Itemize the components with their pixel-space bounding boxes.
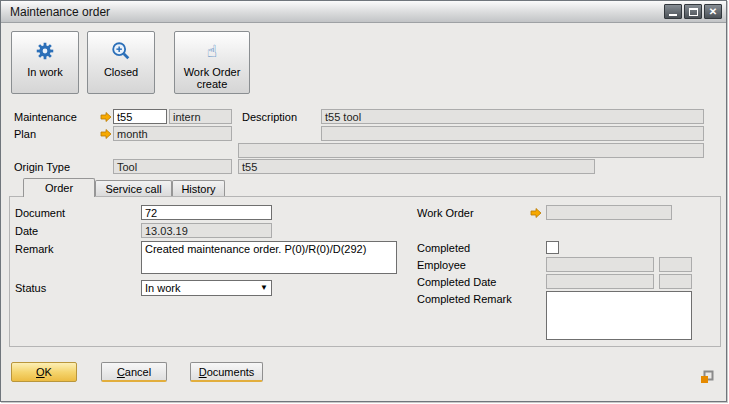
- date-label: Date: [15, 225, 38, 237]
- origin-type-label: Origin Type: [14, 161, 70, 173]
- document-label: Document: [15, 207, 65, 219]
- window-title: Maintenance order: [10, 5, 110, 19]
- maximize-icon: [689, 8, 698, 16]
- maximize-button[interactable]: [684, 4, 702, 19]
- tab-history[interactable]: History: [172, 180, 225, 197]
- employee-field: [546, 257, 654, 272]
- close-icon: ✕: [709, 7, 717, 17]
- zoom-plus-icon: [110, 39, 132, 63]
- maintenance-link-arrow-icon[interactable]: [100, 111, 112, 123]
- tab-service-call[interactable]: Service call: [95, 180, 172, 197]
- closed-button-label: Closed: [104, 66, 138, 78]
- minimize-button[interactable]: [664, 4, 682, 19]
- plan-label: Plan: [14, 128, 36, 140]
- pointer-hand-icon: ☝: [207, 39, 217, 63]
- maintenance-order-window: Maintenance order ✕: [0, 0, 727, 402]
- form-settings-icon[interactable]: [700, 370, 714, 384]
- closed-button[interactable]: Closed: [87, 31, 155, 94]
- status-dropdown[interactable]: In work ▼: [141, 280, 272, 296]
- cancel-button-label: Cancel: [117, 366, 151, 378]
- extra-field: [238, 143, 704, 158]
- remark-textarea[interactable]: Created maintenance order. P(0)/R(0)/D(2…: [141, 241, 397, 274]
- tab-history-label: History: [181, 183, 215, 195]
- titlebar[interactable]: Maintenance order ✕: [1, 1, 726, 23]
- status-dropdown-value: In work: [145, 282, 180, 294]
- maintenance-code-input[interactable]: [113, 109, 167, 124]
- description-label: Description: [242, 111, 297, 123]
- remark-label: Remark: [15, 243, 54, 255]
- work-order-create-button[interactable]: ☝ Work Order create: [174, 31, 250, 94]
- origin-type-field: Tool: [113, 159, 232, 174]
- tab-service-call-label: Service call: [105, 183, 161, 195]
- completed-remark-label: Completed Remark: [417, 293, 512, 305]
- work-order-link-arrow-icon[interactable]: [530, 207, 542, 219]
- completed-date-field: [546, 274, 654, 289]
- work-order-label: Work Order: [417, 207, 474, 219]
- ok-button[interactable]: OK: [11, 362, 77, 382]
- minimize-icon: [669, 14, 677, 16]
- employee-label: Employee: [417, 259, 466, 271]
- completed-checkbox[interactable]: [546, 241, 559, 254]
- documents-button[interactable]: Documents: [190, 362, 263, 382]
- tab-order[interactable]: Order: [23, 178, 95, 197]
- gear-icon: [34, 39, 56, 63]
- window-controls: ✕: [664, 4, 722, 19]
- completed-label: Completed: [417, 242, 470, 254]
- in-work-button-label: In work: [27, 66, 62, 78]
- tab-order-label: Order: [45, 182, 73, 194]
- completed-date-extra-field: [659, 274, 692, 289]
- date-field: 13.03.19: [141, 223, 272, 238]
- origin-field: t55: [238, 159, 595, 174]
- plan-field: month: [113, 126, 232, 141]
- cancel-button[interactable]: Cancel: [101, 362, 167, 382]
- documents-button-label: Documents: [199, 366, 255, 378]
- document-input[interactable]: [141, 205, 272, 220]
- status-label: Status: [15, 282, 46, 294]
- ok-button-label: OK: [36, 366, 52, 378]
- plan-link-arrow-icon[interactable]: [100, 128, 112, 140]
- work-order-field: [546, 205, 672, 220]
- completed-remark-textarea[interactable]: [546, 291, 692, 340]
- maintenance-label: Maintenance: [14, 111, 77, 123]
- completed-date-label: Completed Date: [417, 276, 497, 288]
- close-button[interactable]: ✕: [704, 4, 722, 19]
- work-order-create-button-label: Work Order create: [175, 66, 249, 90]
- maintenance-type-field: intern: [169, 109, 232, 124]
- description-field: t55 tool: [321, 109, 704, 124]
- employee-extra-field: [659, 257, 692, 272]
- in-work-button[interactable]: In work: [11, 31, 79, 94]
- plan-description-field: [321, 126, 704, 141]
- chevron-down-icon: ▼: [260, 284, 268, 292]
